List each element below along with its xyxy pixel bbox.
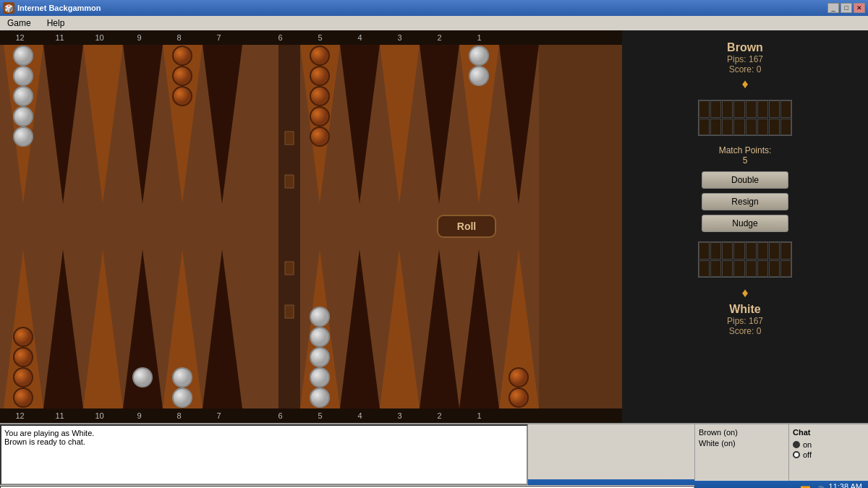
- svg-point-47: [469, 67, 488, 85]
- chat-right-panel: Chat on off: [788, 424, 868, 481]
- svg-point-41: [310, 46, 329, 65]
- bot-num-10: 10: [80, 408, 119, 423]
- bottom-area: You are playing as White. Brown is ready…: [0, 423, 868, 479]
- title-bar: 🎲 Internet Backgammon _ □ ✕: [0, 0, 868, 16]
- main-content: 12 11 10 9 8 7 6 5 4 3 2 1: [0, 30, 868, 423]
- score-cell: [757, 100, 768, 118]
- svg-rect-3: [278, 45, 300, 408]
- time-display: 11:38 AM: [829, 482, 862, 488]
- svg-point-55: [133, 368, 152, 387]
- window-controls[interactable]: _ □ ✕: [827, 3, 865, 13]
- brown-diamond: ♦: [741, 77, 748, 92]
- brown-name: Brown: [727, 41, 763, 54]
- brown-status: Brown (on): [699, 428, 785, 437]
- svg-point-56: [14, 388, 33, 407]
- score-cell: [722, 119, 733, 136]
- svg-point-60: [509, 388, 528, 407]
- score-cell: [710, 119, 721, 136]
- brown-score: Score: 0: [729, 64, 762, 74]
- svg-point-34: [14, 67, 33, 85]
- score-cell: [722, 260, 733, 278]
- white-player-section: ♦ White Pips: 167 Score: 0: [629, 283, 861, 336]
- score-cell: [746, 260, 757, 278]
- double-button[interactable]: Double: [702, 171, 788, 189]
- score-cell: [733, 100, 744, 118]
- svg-point-59: [14, 328, 33, 346]
- svg-point-37: [14, 127, 33, 146]
- bot-num-5: 5: [300, 408, 340, 423]
- close-button[interactable]: ✕: [854, 3, 865, 13]
- top-num-1: 1: [459, 30, 499, 45]
- score-cell: [757, 242, 768, 260]
- svg-point-50: [310, 348, 329, 367]
- svg-point-45: [310, 127, 329, 146]
- bot-num-9: 9: [119, 408, 159, 423]
- svg-rect-7: [285, 305, 294, 318]
- menu-help[interactable]: Help: [43, 17, 69, 30]
- score-cell: [699, 119, 710, 136]
- resign-button[interactable]: Resign: [702, 193, 788, 210]
- radio-off-icon: [793, 451, 800, 458]
- top-num-6: 6: [260, 30, 300, 45]
- chat-log: You are playing as White. Brown is ready…: [0, 424, 528, 485]
- score-cell: [780, 119, 791, 136]
- menu-game[interactable]: Game: [3, 17, 35, 30]
- chat-off-option[interactable]: off: [793, 450, 864, 459]
- players-panel: Brown (on) White (on): [694, 424, 788, 481]
- svg-point-44: [310, 107, 329, 126]
- score-cell: [722, 242, 733, 260]
- bot-num-3: 3: [380, 408, 420, 423]
- off-label: off: [803, 450, 812, 459]
- score-cell: [780, 260, 791, 278]
- on-label: on: [803, 440, 812, 449]
- chat-line-1: You are playing as White.: [4, 429, 524, 437]
- bot-num-4: 4: [340, 408, 380, 423]
- svg-point-49: [310, 368, 329, 387]
- svg-point-58: [14, 348, 33, 367]
- white-diamond: ♦: [741, 286, 748, 301]
- top-bar-spacer: [239, 30, 260, 45]
- restore-button[interactable]: □: [841, 3, 852, 13]
- svg-point-53: [173, 388, 192, 407]
- top-num-3: 3: [380, 30, 420, 45]
- side-panel: Brown Pips: 167 Score: 0 ♦ Match: [622, 30, 868, 423]
- svg-point-46: [469, 46, 488, 65]
- top-num-9: 9: [119, 30, 159, 45]
- nudge-button[interactable]: Nudge: [702, 215, 788, 232]
- brown-player-section: Brown Pips: 167 Score: 0 ♦: [629, 41, 861, 94]
- top-num-12: 12: [0, 30, 40, 45]
- brown-score-grid: [698, 100, 792, 136]
- bot-num-6: 6: [260, 408, 300, 423]
- top-num-7: 7: [199, 30, 239, 45]
- score-cell: [746, 242, 757, 260]
- score-cell: [757, 260, 768, 278]
- score-cell: [780, 100, 791, 118]
- score-cell: [757, 119, 768, 136]
- chat-on-option[interactable]: on: [793, 440, 864, 449]
- brown-pips: Pips: 167: [727, 54, 763, 64]
- bottom-left: You are playing as White. Brown is ready…: [0, 424, 694, 488]
- svg-rect-4: [285, 132, 294, 145]
- top-num-11: 11: [40, 30, 80, 45]
- score-cell: [699, 242, 710, 260]
- score-cell: [769, 119, 780, 136]
- app-icon: 🎲: [3, 2, 14, 14]
- svg-point-39: [173, 67, 192, 85]
- bot-num-8: 8: [159, 408, 199, 423]
- svg-text:Roll: Roll: [457, 221, 476, 232]
- chat-line-2: Brown is ready to chat.: [4, 437, 524, 446]
- svg-point-42: [310, 67, 329, 85]
- minimize-button[interactable]: _: [827, 3, 839, 13]
- bot-num-12: 12: [0, 408, 40, 423]
- chat-panel-title: Chat: [793, 428, 864, 437]
- top-num-4: 4: [340, 30, 380, 45]
- white-pips: Pips: 167: [727, 316, 763, 326]
- score-cell: [733, 260, 744, 278]
- window-title: Internet Backgammon: [17, 4, 101, 12]
- svg-point-38: [173, 46, 192, 65]
- svg-point-61: [509, 368, 528, 387]
- svg-point-36: [14, 107, 33, 126]
- board-wrapper: 12 11 10 9 8 7 6 5 4 3 2 1: [0, 30, 622, 423]
- top-num-2: 2: [420, 30, 459, 45]
- score-cell: [710, 242, 721, 260]
